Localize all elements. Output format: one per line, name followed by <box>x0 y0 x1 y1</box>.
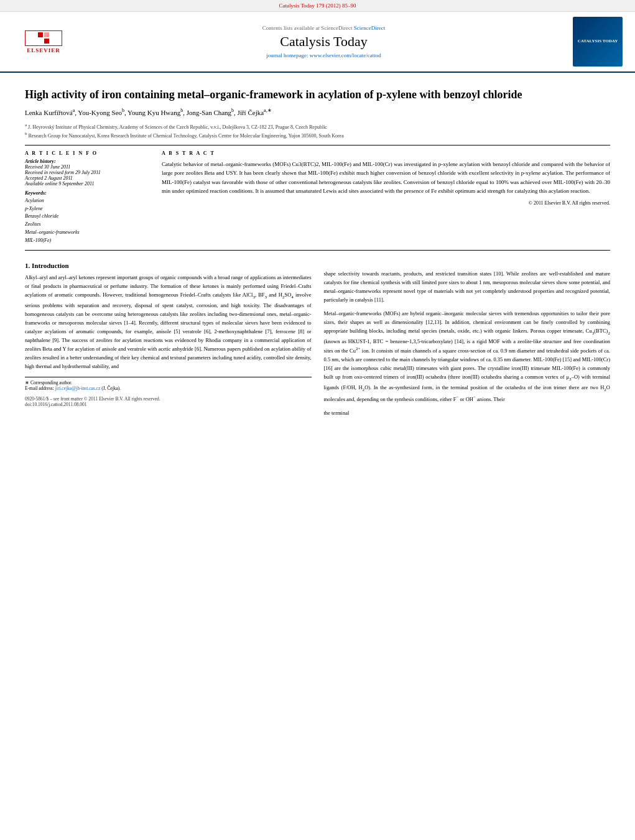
intro-heading: 1. Introduction <box>25 262 312 269</box>
email-line: E-mail address: jiri.cejka@jh-inst.cas.c… <box>25 385 312 391</box>
bottom-info: 0920-5861/$ – see front matter © 2011 El… <box>25 396 312 407</box>
doi-line: doi:10.1016/j.cattod.2011.08.001 <box>25 402 312 407</box>
intro-para1-right: shape selectivity towards reactants, pro… <box>324 269 611 304</box>
sciencedirect-text: Contents lists available at ScienceDirec… <box>87 25 560 31</box>
journal-center-info: Contents lists available at ScienceDirec… <box>75 25 573 58</box>
affiliations: a J. Heyrovský Institute of Physical Che… <box>25 122 610 140</box>
email-label: E-mail address: <box>25 385 54 391</box>
the-terminal-ref: the terminal <box>324 408 611 417</box>
available-date: Available online 9 September 2011 <box>25 181 149 187</box>
intro-para1: Alkyl–aryl and aryl–aryl ketones represe… <box>25 273 312 371</box>
author-list: Lenka Kurfířtováa, You-Kyong Seob, Young… <box>25 109 272 116</box>
revised-date: Received in revised form 29 July 2011 <box>25 170 149 175</box>
journal-title: Catalysis Today <box>87 34 560 50</box>
keywords-section: Keywords: Acylation p-Xylene Benzoyl chl… <box>25 190 149 245</box>
main-left-col: 1. Introduction Alkyl–aryl and aryl–aryl… <box>25 257 312 417</box>
email-suffix: (J. Čejka). <box>101 385 121 391</box>
copyright-line: © 2011 Elsevier B.V. All rights reserved… <box>162 200 610 206</box>
catalysis-today-logo: CATALYSIS TODAY <box>573 17 623 67</box>
elsevier-square-2 <box>44 32 49 37</box>
article-info-abstract: A R T I C L E I N F O Article history: R… <box>25 150 610 245</box>
affiliation-a: a J. Heyrovský Institute of Physical Che… <box>25 122 610 131</box>
journal-citation-bar: Catalysis Today 179 (2012) 85–90 <box>0 0 635 12</box>
main-right-col: shape selectivity towards reactants, pro… <box>324 257 611 417</box>
article-info-heading: A R T I C L E I N F O <box>25 150 149 156</box>
article-container: High activity of iron containing metal–o… <box>0 73 635 430</box>
authors-line: Lenka Kurfířtováa, You-Kyong Seob, Young… <box>25 107 610 118</box>
footnote-area: ∗ Corresponding author. E-mail address: … <box>25 377 312 391</box>
received-date: Received 30 June 2011 <box>25 164 149 170</box>
elsevier-logo-box <box>25 30 62 46</box>
keywords-label: Keywords: <box>25 190 149 196</box>
abstract-heading: A B S T R A C T <box>162 150 610 156</box>
affiliation-b: b Research Group for Nanocatalyst, Korea… <box>25 131 610 140</box>
keyword-acylation: Acylation <box>25 197 149 205</box>
elsevier-label: ELSEVIER <box>27 47 60 53</box>
main-content: 1. Introduction Alkyl–aryl and aryl–aryl… <box>25 257 610 417</box>
article-info-col: A R T I C L E I N F O Article history: R… <box>25 150 149 245</box>
elsevier-logo: ELSEVIER <box>12 30 75 53</box>
article-history: Article history: Received 30 June 2011 R… <box>25 159 149 187</box>
intro-para2-right: Metal–organic-frameworks (MOFs) are hybr… <box>324 309 611 404</box>
abstract-divider <box>25 250 610 251</box>
journal-citation: Catalysis Today 179 (2012) 85–90 <box>279 2 356 9</box>
keyword-mof: Metal–organic-frameworks <box>25 229 149 237</box>
elsevier-squares <box>38 32 49 44</box>
homepage-url[interactable]: www.elsevier.com/locate/cattod <box>310 52 381 58</box>
the-terminal-text: the terminal <box>324 410 350 416</box>
elsevier-square-3 <box>44 39 49 44</box>
keyword-benzoyl: Benzoyl chloride <box>25 213 149 221</box>
journal-homepage: journal homepage: www.elsevier.com/locat… <box>87 52 560 58</box>
abstract-text: Catalytic behavior of metal–organic-fram… <box>162 160 610 196</box>
issn-line: 0920-5861/$ – see front matter © 2011 El… <box>25 396 312 402</box>
abstract-col: A B S T R A C T Catalytic behavior of me… <box>162 150 610 245</box>
keyword-zeolites: Zeolites <box>25 221 149 229</box>
elsevier-square-1 <box>38 32 43 37</box>
header-divider <box>25 145 610 145</box>
keyword-pxylene: p-Xylene <box>25 205 149 213</box>
page: Catalysis Today 179 (2012) 85–90 ELSEVIE… <box>0 0 635 840</box>
history-label: Article history: <box>25 159 149 164</box>
email-address[interactable]: jiri.cejka@jh-inst.cas.cz <box>55 385 101 391</box>
accepted-date: Accepted 2 August 2011 <box>25 175 149 181</box>
article-title: High activity of iron containing metal–o… <box>25 88 610 102</box>
sciencedirect-link-text[interactable]: ScienceDirect <box>354 25 385 31</box>
keyword-mil100: MIL-100(Fe) <box>25 237 149 245</box>
journal-header: ELSEVIER Contents lists available at Sci… <box>0 12 635 73</box>
corresponding-author-label: ∗ Corresponding author. <box>25 380 312 385</box>
